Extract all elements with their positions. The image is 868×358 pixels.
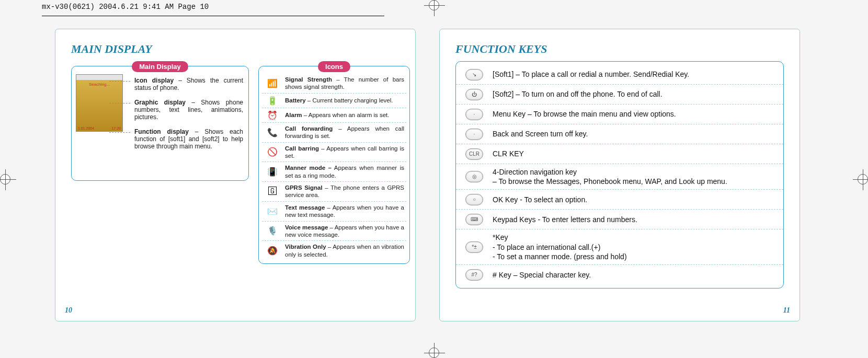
icon-row: 📶Signal Strength – The number of bars sh… xyxy=(262,74,406,94)
key-button-icon: ⏻ xyxy=(465,89,483,100)
status-icon: 🔕 xyxy=(264,246,281,256)
key-description: # Key – Special character key. xyxy=(493,270,591,280)
icon-row: ⏰Alarm – Appears when an alarm is set. xyxy=(262,108,406,123)
prepress-header: mx-v30(0621) 2004.6.21 9:41 AM Page 10 xyxy=(42,3,209,11)
function-key-row: CLRCLR KEY xyxy=(456,144,783,164)
key-icon-cell: *± xyxy=(463,241,485,253)
key-icon-cell: ⌨ xyxy=(463,214,485,225)
key-description: [Soft2] – To turn on and off the phone. … xyxy=(493,89,663,99)
key-button-icon: CLR xyxy=(465,148,483,160)
function-key-row: ⌨Keypad Keys - To enter letters and numb… xyxy=(456,210,783,229)
function-key-row: #?# Key – Special character key. xyxy=(456,265,783,285)
key-button-icon: ⌨ xyxy=(465,214,483,225)
key-description: CLR KEY xyxy=(493,149,524,158)
icon-row: 🔕Vibration Only – Appears when an vibrat… xyxy=(262,241,406,260)
phone-time: 17:28 xyxy=(111,126,121,130)
status-icon: ⏰ xyxy=(264,110,281,120)
key-button-icon: #? xyxy=(465,269,483,281)
display-item: Icon display – Shows the current status … xyxy=(134,77,243,91)
function-key-row: *±*Key - To place an international call.… xyxy=(456,229,783,265)
icon-description: Voice message – Appears when you have a … xyxy=(285,224,404,239)
icon-description: Manner mode – Appears when manner is set… xyxy=(285,164,404,179)
display-item-bold: Icon display xyxy=(134,77,174,84)
function-key-row: ↘[Soft1] – To place a call or redial a n… xyxy=(456,65,783,85)
main-display-pill: Main Display xyxy=(132,61,188,72)
icon-description: GPRS Signal – The phone enters a GPRS se… xyxy=(285,184,404,199)
key-icon-cell: ↘ xyxy=(463,69,485,80)
icons-panel: 📶Signal Strength – The number of bars sh… xyxy=(258,66,410,264)
key-button-icon: *± xyxy=(465,241,483,253)
main-display-panel: Seaching... 1.01.2004 17:28 Icon display… xyxy=(71,66,249,181)
function-key-row: ⏻[Soft2] – To turn on and off the phone.… xyxy=(456,85,783,105)
function-keys-title: FUNCTION KEYS xyxy=(455,42,784,56)
key-button-icon: · xyxy=(465,109,483,120)
key-button-icon: ○ xyxy=(465,194,483,205)
key-button-icon: ↘ xyxy=(465,69,483,80)
status-icon: 🎙️ xyxy=(264,226,281,236)
status-icon: ✉️ xyxy=(264,206,281,216)
display-item: Function display – Shows each function o… xyxy=(134,128,243,150)
icon-description: Call barring – Appears when call barring… xyxy=(285,145,404,160)
icon-description: Text message – Appears when you have a n… xyxy=(285,204,404,219)
display-item-bold: Function display xyxy=(134,128,189,135)
key-description: [Soft1] – To place a call or redial a nu… xyxy=(493,70,689,79)
status-icon: 🚫 xyxy=(264,147,281,157)
function-key-row: ○OK Key - To select an option. xyxy=(456,190,783,210)
crop-mark-left xyxy=(0,174,10,184)
key-description: Menu Key – To browse the main menu and v… xyxy=(493,109,676,119)
icons-pill: Icons xyxy=(318,61,350,72)
key-icon-cell: ⏻ xyxy=(463,89,485,100)
status-icon: 📳 xyxy=(264,167,281,177)
page-right: FUNCTION KEYS ↘[Soft1] – To place a call… xyxy=(439,29,800,321)
status-icon: 🄶 xyxy=(264,187,281,196)
function-key-row: ◎4-Direction navigation key – To browse … xyxy=(456,164,783,190)
icon-description: Battery – Current battery charging level… xyxy=(285,97,393,104)
function-keys-panel: ↘[Soft1] – To place a call or redial a n… xyxy=(455,61,784,288)
icon-row: 🔋Battery – Current battery charging leve… xyxy=(262,94,406,108)
function-key-row: ·Back and Screen turn off key. xyxy=(456,124,783,144)
key-icon-cell: · xyxy=(463,109,485,120)
page-number-right: 11 xyxy=(783,306,790,315)
crop-mark-top xyxy=(429,0,439,10)
key-icon-cell: #? xyxy=(463,269,485,281)
main-display-column: Main Display Seaching... 1.01.2004 17:28… xyxy=(71,61,249,264)
crop-mark-bottom xyxy=(429,348,439,358)
key-icon-cell: ○ xyxy=(463,194,485,205)
page-number-left: 10 xyxy=(65,306,72,315)
display-items-list: Icon display – Shows the current status … xyxy=(134,77,243,150)
icon-row: 🄶GPRS Signal – The phone enters a GPRS s… xyxy=(262,182,406,202)
icon-row: 🎙️Voice message – Appears when you have … xyxy=(262,222,406,241)
icon-row: 🚫Call barring – Appears when call barrin… xyxy=(262,143,406,163)
key-icon-cell: ◎ xyxy=(463,171,485,182)
crop-mark-right xyxy=(858,174,868,184)
status-icon: 📶 xyxy=(264,78,281,88)
key-description: Back and Screen turn off key. xyxy=(493,129,588,138)
icon-description: Call forwarding – Appears when call forw… xyxy=(285,125,404,140)
key-description: Keypad Keys - To enter letters and numbe… xyxy=(493,215,637,224)
key-icon-cell: CLR xyxy=(463,148,485,160)
key-description: OK Key - To select an option. xyxy=(493,195,587,204)
key-icon-cell: · xyxy=(463,129,485,140)
icon-row: ✉️Text message – Appears when you have a… xyxy=(262,202,406,222)
status-icon: 📞 xyxy=(264,128,281,137)
icon-row: 📞Call forwarding – Appears when call for… xyxy=(262,123,406,143)
key-description: *Key - To place an international call.(+… xyxy=(493,233,627,261)
key-button-icon: · xyxy=(465,129,483,140)
icon-description: Vibration Only – Appears when an vibrati… xyxy=(285,243,404,258)
header-rule xyxy=(42,16,384,16)
display-item: Graphic display – Shows phone numbers, t… xyxy=(134,99,243,121)
status-icon: 🔋 xyxy=(264,96,281,106)
phone-date: 1.01.2004 xyxy=(78,126,94,130)
icon-description: Signal Strength – The number of bars sho… xyxy=(285,76,404,91)
icons-column: Icons 📶Signal Strength – The number of b… xyxy=(258,61,410,264)
icon-description: Alarm – Appears when an alarm is set. xyxy=(285,111,389,119)
icon-row: 📳Manner mode – Appears when manner is se… xyxy=(262,162,406,182)
key-button-icon: ◎ xyxy=(465,171,483,182)
page-left: MAIN DISPLAY Main Display Seaching... 1.… xyxy=(55,29,416,321)
function-key-row: ·Menu Key – To browse the main menu and … xyxy=(456,105,783,124)
key-description: 4-Direction navigation key – To browse t… xyxy=(493,167,727,186)
display-item-bold: Graphic display xyxy=(134,99,186,106)
main-display-title: MAIN DISPLAY xyxy=(71,42,399,56)
